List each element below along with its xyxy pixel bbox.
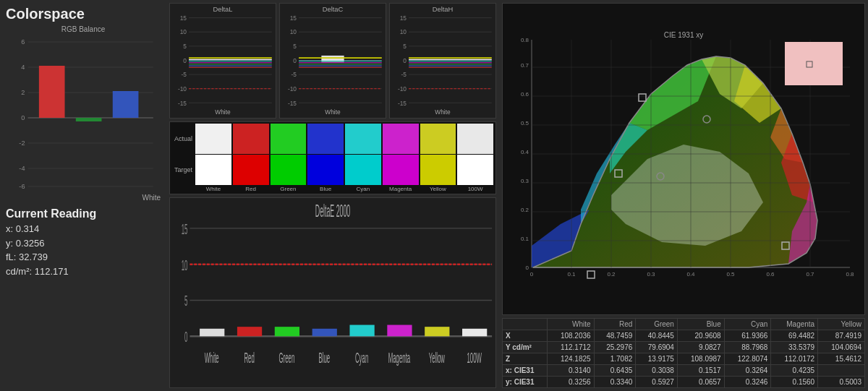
svg-text:5: 5 [403,43,407,50]
swatch-actual-magenta [383,124,419,154]
svg-text:CIE 1931 xy: CIE 1931 xy [664,31,703,39]
swatch-name-100w: 100W [456,186,494,192]
color-data-table: White Red Green Blue Cyan Magenta Yellow… [502,318,865,388]
svg-rect-101 [387,325,412,337]
swatch-actual-cyan [345,124,381,154]
svg-text:0.8: 0.8 [846,271,854,278]
actual-label: Actual [171,135,195,142]
svg-text:Red: Red [244,349,254,366]
delta-h-svg: DeltaH 15 10 5 0 -5 -10 -15 [390,4,495,118]
swatch-target-magenta [383,155,419,185]
table-cell-value: 0.4235 [771,365,818,377]
swatch-actual-green [271,124,307,154]
swatch-name-cyan: Cyan [344,186,382,192]
table-cell-value: 108.2036 [547,330,594,342]
table-cell-value: 0.1517 [677,365,724,377]
svg-text:15: 15 [400,14,407,22]
delta-l-chart: DeltaL 15 10 5 0 -5 -10 -15 [169,3,276,119]
swatch-actual-blue [307,124,344,154]
delta-l-svg: DeltaL 15 10 5 0 -5 -10 -15 [170,4,276,118]
svg-text:Yellow: Yellow [429,349,446,366]
delta-h-chart: DeltaH 15 10 5 0 -5 -10 -15 [389,3,496,119]
table-cell-value: 104.0694 [818,342,865,353]
svg-text:White: White [205,349,219,366]
svg-text:5: 5 [183,43,187,50]
marker-blue [587,271,595,278]
reading-cdm2: cd/m²: 112.171 [6,265,161,279]
svg-text:DeltaH: DeltaH [433,5,454,13]
svg-text:0.2: 0.2 [521,207,529,213]
svg-text:-15: -15 [178,99,187,106]
svg-text:0.1: 0.1 [521,236,529,242]
svg-rect-103 [462,329,487,336]
table-cell-value: 79.6904 [636,342,678,353]
swatch-name-magenta: Magenta [382,186,420,192]
swatch-actual-yellow [420,124,456,154]
table-cell-value: 0.3140 [547,365,594,377]
swatch-names-row: White Red Green Blue Cyan Magenta Yellow… [171,186,494,192]
table-cell-value: 0.0657 [677,377,724,388]
swatch-target-yellow [420,155,456,185]
svg-text:0: 0 [526,265,529,271]
table-cell-value: 0.3340 [594,377,636,388]
rgb-balance-label: RGB Balance [6,25,161,33]
rgb-chart-svg: 6 4 2 0 -2 -4 -6 [6,35,161,194]
current-reading-title: Current Reading [6,207,161,220]
reading-y: y: 0.3256 [6,236,161,251]
table-cell-label: Z [503,353,548,365]
table-row: x: CIE310.31400.64350.30380.15170.32640.… [503,365,865,377]
svg-text:0: 0 [530,271,534,278]
table-cell-value [818,365,865,377]
svg-text:Cyan: Cyan [355,349,368,366]
svg-rect-102 [425,327,449,336]
white-label: White [6,194,161,202]
svg-text:0.2: 0.2 [607,271,616,278]
table-cell-value: 15.4612 [818,353,865,365]
svg-text:0.3: 0.3 [521,178,529,184]
col-blue: Blue [677,319,724,330]
svg-text:0.6: 0.6 [521,91,529,98]
swatch-name-red: Red [232,186,270,192]
swatch-target-cyan [345,155,381,185]
table-body: X108.203648.745940.844520.960861.936669.… [503,330,865,388]
svg-text:-5: -5 [292,71,297,78]
svg-rect-100 [349,325,374,337]
svg-text:-15: -15 [288,99,297,106]
swatch-name-spacer [171,186,195,192]
svg-text:-5: -5 [182,71,187,78]
table-header-row: White Red Green Blue Cyan Magenta Yellow [503,319,865,330]
table-cell-value: 88.7968 [724,342,771,353]
delta-c-svg: DeltaC 15 10 5 0 -5 -10 -15 [280,4,386,118]
svg-text:10: 10 [290,28,297,35]
svg-text:White: White [215,108,231,115]
deltae-svg: DeltaE 2000 15 10 5 0 [170,198,495,387]
table-cell-label: X [503,330,548,342]
swatch-name-blue: Blue [307,186,344,192]
svg-text:10: 10 [182,257,188,273]
swatch-name-white: White [195,186,232,192]
data-table: White Red Green Blue Cyan Magenta Yellow… [502,318,865,388]
svg-text:0.4: 0.4 [686,271,695,278]
red-bar [39,66,65,118]
svg-text:2: 2 [21,89,25,96]
table-cell-label: x: CIE31 [503,365,548,377]
svg-text:0.6: 0.6 [766,271,775,278]
table-cell-value: 87.4919 [818,330,865,342]
swatch-target-red [233,155,269,185]
table-cell-value: 33.5379 [771,342,818,353]
col-magenta: Magenta [771,319,818,330]
col-cyan: Cyan [724,319,771,330]
col-label [503,319,548,330]
svg-rect-99 [312,329,337,336]
svg-text:5: 5 [184,293,187,309]
target-swatches-row: Target [171,155,494,185]
delta-charts-row: DeltaL 15 10 5 0 -5 -10 -15 [169,3,496,119]
col-yellow: Yellow [818,319,865,330]
svg-text:0: 0 [403,57,407,64]
reading-x: x: 0.314 [6,222,161,236]
swatch-name-green: Green [270,186,307,192]
svg-text:DeltaL: DeltaL [213,5,233,13]
table-cell-label: y: CIE31 [503,377,548,388]
table-cell-value: 0.1560 [771,377,818,388]
svg-text:Blue: Blue [318,349,330,366]
